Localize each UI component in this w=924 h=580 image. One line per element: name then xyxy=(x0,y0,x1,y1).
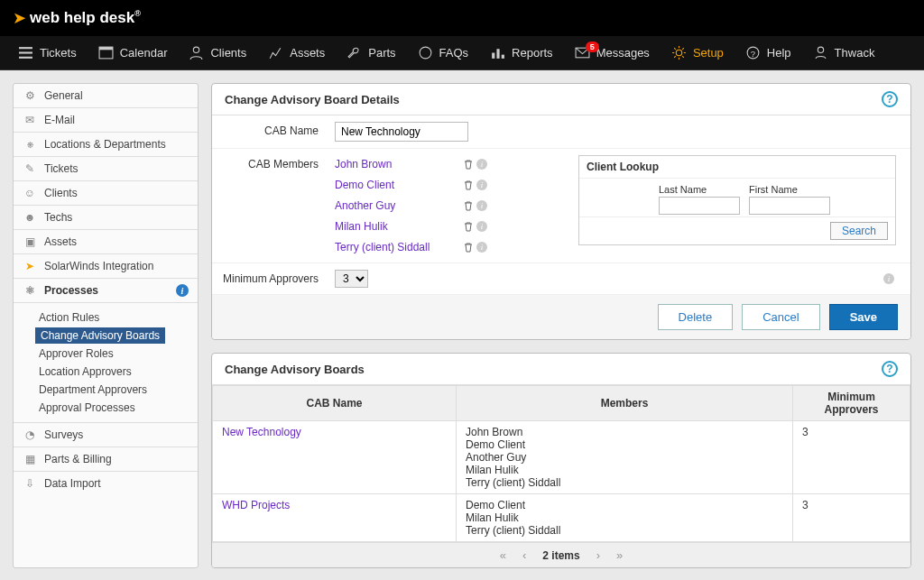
svg-rect-9 xyxy=(502,55,504,59)
member-link[interactable]: Terry (client) Siddall xyxy=(335,241,452,253)
page-first-icon[interactable]: « xyxy=(500,548,506,562)
member-link[interactable]: Milan Hulik xyxy=(335,220,452,233)
firstname-input[interactable] xyxy=(749,197,830,215)
page-next-icon[interactable]: › xyxy=(596,548,600,562)
min-approvers-label: Minimum Approvers xyxy=(212,263,328,294)
cab-members-cell: John BrownDemo ClientAnother GuyMilan Hu… xyxy=(457,421,793,494)
delete-button[interactable]: Delete xyxy=(658,304,734,330)
cancel-button[interactable]: Cancel xyxy=(742,304,819,330)
sw-icon: ➤ xyxy=(23,259,37,273)
cab-min-cell: 3 xyxy=(793,494,910,542)
member-link[interactable]: Demo Client xyxy=(335,179,452,191)
pin-icon: ⎈ xyxy=(23,137,37,152)
help-icon[interactable]: ? xyxy=(882,361,898,377)
member-row: John Browni xyxy=(335,155,487,173)
cab-name-input[interactable] xyxy=(335,122,468,142)
cab-name-label: CAB Name xyxy=(212,115,328,148)
sidebar-item-general[interactable]: ⚙General xyxy=(14,84,198,108)
sub-department-approvers[interactable]: Department Approvers xyxy=(35,382,151,398)
info-icon[interactable]: i xyxy=(476,180,487,190)
sidebar-item-surveys[interactable]: ◔Surveys xyxy=(14,422,198,447)
cab-link[interactable]: WHD Projects xyxy=(222,499,290,511)
col-min: Minimum Approvers xyxy=(793,386,910,421)
nav-thwack[interactable]: Thwack xyxy=(804,40,884,66)
info-icon[interactable]: i xyxy=(476,159,487,170)
sidebar-item-processes[interactable]: ⚛Processesi xyxy=(14,279,198,303)
help-icon: ? xyxy=(745,45,761,60)
member-row: Another Guyi xyxy=(335,197,487,215)
sidebar-item-techs[interactable]: ☻Techs xyxy=(14,206,198,230)
svg-rect-2 xyxy=(19,57,32,59)
sidebar-item-solarwinds[interactable]: ➤SolarWinds Integration xyxy=(14,254,198,279)
sub-cab[interactable]: Change Advisory Boards xyxy=(35,327,165,344)
trash-icon[interactable] xyxy=(463,180,474,190)
nav-help[interactable]: ?Help xyxy=(736,40,800,66)
trash-icon[interactable] xyxy=(463,242,474,253)
svg-rect-7 xyxy=(492,53,494,59)
bars-icon xyxy=(490,45,505,60)
nav-setup[interactable]: Setup xyxy=(662,40,733,66)
trash-icon[interactable] xyxy=(463,159,474,170)
sidebar-item-parts-billing[interactable]: ▦Parts & Billing xyxy=(14,447,198,472)
table-row: WHD ProjectsDemo ClientMilan HulikTerry … xyxy=(213,494,910,542)
cab-members-label: CAB Members xyxy=(212,149,328,262)
min-approvers-select[interactable]: 3 xyxy=(335,270,368,288)
logo-icon: ➤ xyxy=(13,8,26,28)
info-icon[interactable]: i xyxy=(476,242,487,253)
nav-tickets[interactable]: Tickets xyxy=(9,40,86,66)
help-icon[interactable]: ? xyxy=(882,91,898,107)
search-button[interactable]: Search xyxy=(830,222,888,240)
nav-messages[interactable]: Messages5 xyxy=(566,40,659,66)
sub-action-rules[interactable]: Action Rules xyxy=(35,309,103,326)
nav-parts[interactable]: Parts xyxy=(337,40,404,66)
save-button[interactable]: Save xyxy=(829,304,898,330)
navbar: Tickets Calendar Clients Assets Parts FA… xyxy=(0,36,924,70)
svg-text:?: ? xyxy=(751,49,755,59)
member-link[interactable]: John Brown xyxy=(335,158,452,170)
info-icon[interactable]: i xyxy=(176,284,189,297)
info-icon[interactable]: i xyxy=(476,221,487,232)
lastname-input[interactable] xyxy=(659,197,740,215)
user-icon xyxy=(189,45,204,60)
sidebar-sub: Action Rules Change Advisory Boards Appr… xyxy=(14,303,198,422)
col-name: CAB Name xyxy=(213,386,457,421)
faq-icon xyxy=(418,45,433,60)
table-row: New TechnologyJohn BrownDemo ClientAnoth… xyxy=(213,421,910,494)
nav-calendar[interactable]: Calendar xyxy=(89,40,177,66)
sidebar-item-locations[interactable]: ⎈Locations & Departments xyxy=(14,133,198,157)
calendar-icon xyxy=(98,45,114,60)
firstname-label: First Name xyxy=(749,184,830,195)
nav-faqs[interactable]: FAQs xyxy=(409,40,478,66)
wrench-icon xyxy=(346,45,362,60)
cab-table: CAB Name Members Minimum Approvers New T… xyxy=(212,385,910,542)
sidebar-item-clients[interactable]: ☺Clients xyxy=(14,181,198,206)
nodes-icon: ⚛ xyxy=(23,283,37,298)
list-icon xyxy=(18,45,33,60)
logo-text: web help desk xyxy=(30,9,141,27)
cab-link[interactable]: New Technology xyxy=(222,426,301,438)
sidebar-item-data-import[interactable]: ⇩Data Import xyxy=(14,472,198,495)
info-icon[interactable]: i xyxy=(883,273,894,284)
page-prev-icon[interactable]: ‹ xyxy=(522,548,526,562)
nav-assets[interactable]: Assets xyxy=(259,40,334,66)
sidebar-item-tickets[interactable]: ✎Tickets xyxy=(14,157,198,181)
page-last-icon[interactable]: » xyxy=(616,548,623,562)
member-link[interactable]: Another Guy xyxy=(335,199,452,212)
trash-icon[interactable] xyxy=(463,221,474,232)
details-title: Change Advisory Board Details xyxy=(225,93,400,106)
nav-reports[interactable]: Reports xyxy=(481,40,562,66)
svg-point-14 xyxy=(818,47,823,52)
sub-location-approvers[interactable]: Location Approvers xyxy=(35,364,135,380)
svg-rect-4 xyxy=(99,47,113,50)
trash-icon[interactable] xyxy=(463,200,474,211)
chart-icon xyxy=(268,45,283,60)
sidebar-item-email[interactable]: ✉E-Mail xyxy=(14,108,198,133)
svg-rect-8 xyxy=(497,49,500,59)
info-icon[interactable]: i xyxy=(476,200,487,211)
pager: « ‹ 2 items › » xyxy=(212,542,910,567)
sub-approver-roles[interactable]: Approver Roles xyxy=(35,345,117,362)
nav-clients[interactable]: Clients xyxy=(180,40,255,66)
sub-approval-processes[interactable]: Approval Processes xyxy=(35,400,139,416)
sidebar-item-assets[interactable]: ▣Assets xyxy=(14,230,198,254)
lastname-label: Last Name xyxy=(659,184,740,195)
